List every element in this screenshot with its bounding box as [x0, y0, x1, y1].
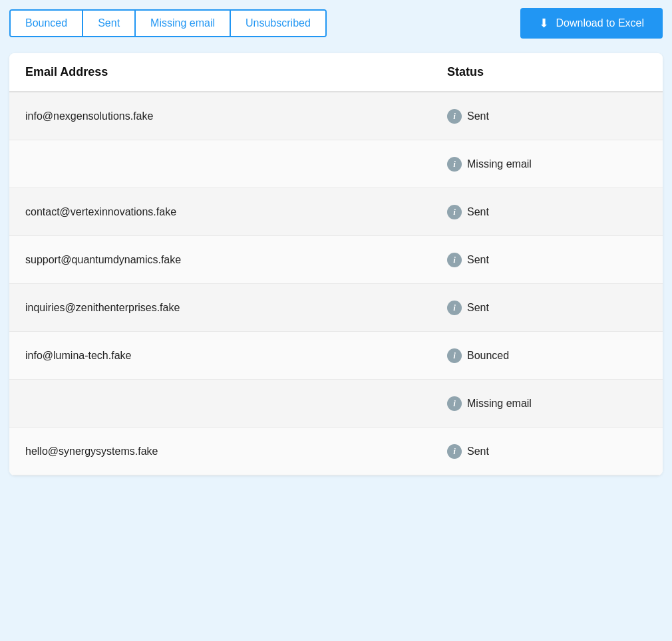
table-row: contact@vertexinnovations.fakeiSent	[9, 188, 663, 236]
status-text: Sent	[467, 446, 489, 457]
status-text: Bounced	[467, 350, 509, 362]
tab-sent[interactable]: Sent	[83, 11, 136, 36]
email-cell: support@quantumdynamics.fake	[25, 254, 447, 266]
tab-missing-email[interactable]: Missing email	[136, 11, 231, 36]
top-bar: Bounced Sent Missing email Unsubscribed …	[0, 0, 672, 47]
tab-unsubscribed[interactable]: Unsubscribed	[231, 11, 325, 36]
table-row: iMissing email	[9, 380, 663, 428]
status-cell: iSent	[447, 301, 647, 315]
status-cell: iSent	[447, 253, 647, 267]
email-cell: contact@vertexinnovations.fake	[25, 206, 447, 218]
status-cell: iMissing email	[447, 396, 647, 411]
info-icon[interactable]: i	[447, 109, 462, 124]
status-cell: iSent	[447, 205, 647, 219]
info-icon[interactable]: i	[447, 444, 462, 459]
status-column-header: Status	[447, 65, 647, 79]
table-row: support@quantumdynamics.fakeiSent	[9, 236, 663, 284]
info-icon[interactable]: i	[447, 205, 462, 219]
status-text: Sent	[467, 110, 489, 122]
table-row: iMissing email	[9, 140, 663, 188]
info-icon[interactable]: i	[447, 348, 462, 363]
status-text: Sent	[467, 302, 489, 314]
table-header: Email Address Status	[9, 53, 663, 92]
email-cell: inquiries@zenithenterprises.fake	[25, 302, 447, 314]
table-body: info@nexgensolutions.fakeiSentiMissing e…	[9, 92, 663, 475]
status-cell: iSent	[447, 109, 647, 124]
download-to-excel-button[interactable]: ⬇ Download to Excel	[520, 8, 663, 39]
status-cell: iSent	[447, 444, 647, 459]
info-icon[interactable]: i	[447, 157, 462, 172]
info-icon[interactable]: i	[447, 253, 462, 267]
status-cell: iBounced	[447, 348, 647, 363]
status-cell: iMissing email	[447, 157, 647, 172]
email-cell: info@nexgensolutions.fake	[25, 110, 447, 122]
download-button-label: Download to Excel	[556, 17, 644, 29]
table-row: inquiries@zenithenterprises.fakeiSent	[9, 284, 663, 332]
status-text: Sent	[467, 206, 489, 218]
table-row: info@lumina-tech.fakeiBounced	[9, 332, 663, 380]
download-icon: ⬇	[539, 16, 549, 31]
email-cell: info@lumina-tech.fake	[25, 350, 447, 362]
status-text: Missing email	[467, 158, 532, 170]
table-row: info@nexgensolutions.fakeiSent	[9, 92, 663, 140]
main-content: Email Address Status info@nexgensolution…	[9, 53, 663, 475]
status-text: Missing email	[467, 398, 532, 410]
tabs-container: Bounced Sent Missing email Unsubscribed	[9, 9, 327, 37]
status-text: Sent	[467, 254, 489, 266]
tab-bounced[interactable]: Bounced	[11, 11, 83, 36]
table-row: hello@synergysystems.fakeiSent	[9, 428, 663, 475]
info-icon[interactable]: i	[447, 396, 462, 411]
email-column-header: Email Address	[25, 65, 447, 79]
email-cell: hello@synergysystems.fake	[25, 446, 447, 457]
info-icon[interactable]: i	[447, 301, 462, 315]
